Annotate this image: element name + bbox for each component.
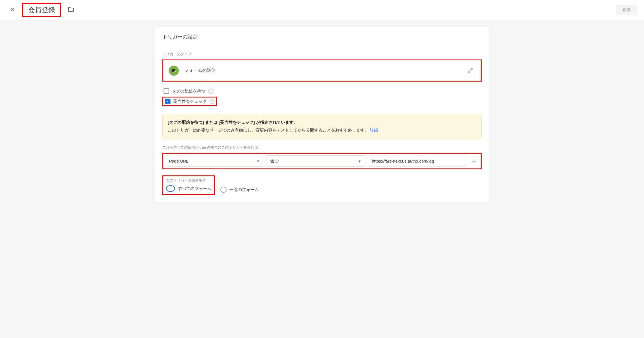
warning-text: このトリガーは必要なページでのみ有効にし、変更内容をテストしてから公開することを… [168, 128, 369, 132]
close-icon [9, 6, 16, 13]
trigger-fires-on-label: このトリガーの発生場所 [166, 178, 211, 183]
check-validation-row: 妥当性をチェック ? [162, 97, 217, 106]
trigger-type-label: トリガーのタイプ [162, 52, 482, 57]
some-forms-label: 一部のフォーム [229, 187, 259, 192]
help-icon[interactable]: ? [210, 99, 215, 104]
wait-for-tags-row: タグの配信を待つ ? [162, 87, 482, 96]
top-bar: 会員登録 保存 [0, 0, 644, 20]
edit-trigger-type-button[interactable] [466, 65, 475, 76]
condition-operator-select[interactable]: 含む ▾ [266, 155, 365, 167]
condition-operator-value: 含む [270, 158, 279, 164]
close-button[interactable] [7, 4, 18, 16]
form-submit-icon [169, 66, 179, 76]
condition-value-input[interactable]: https://faro-next.us.auth0.com/log [368, 156, 466, 166]
pencil-icon [467, 67, 474, 73]
folder-icon [68, 6, 74, 13]
warning-banner: [タグの配信を待つ] または [妥当性をチェック] が指定されています。 このト… [162, 114, 482, 139]
warning-title: [タグの配信を待つ] または [妥当性をチェック] が指定されています。 [168, 119, 476, 127]
warning-details-link[interactable]: 詳細 [370, 128, 378, 132]
plus-icon: + [472, 157, 476, 165]
panel-title: トリガーの設定 [155, 27, 489, 46]
trigger-title[interactable]: 会員登録 [22, 3, 61, 17]
some-forms-radio[interactable]: 一部のフォーム [220, 187, 259, 193]
wait-for-tags-label: タグの配信を待つ [172, 89, 205, 94]
chevron-down-icon: ▾ [359, 159, 361, 164]
trigger-type-value: フォームの送信 [184, 68, 216, 73]
add-condition-button[interactable]: + [469, 157, 479, 165]
condition-row: Page URL ▾ 含む ▾ https://faro-next.us.aut… [162, 153, 482, 169]
help-icon[interactable]: ? [208, 89, 213, 94]
folder-button[interactable] [65, 4, 76, 16]
chevron-down-icon: ▾ [257, 159, 259, 164]
trigger-type-row[interactable]: フォームの送信 [162, 59, 482, 82]
all-forms-label: すべてのフォーム [178, 186, 211, 191]
trigger-panel: トリガーの設定 トリガーのタイプ フォームの送信 タグの配信を待つ ? 妥当性を… [155, 27, 489, 202]
all-forms-radio[interactable]: すべてのフォーム [166, 185, 211, 192]
trigger-fires-on-block: このトリガーの発生場所 すべてのフォーム [162, 175, 215, 195]
condition-variable-select[interactable]: Page URL ▾ [165, 156, 263, 167]
wait-for-tags-checkbox[interactable] [164, 88, 169, 94]
conditions-label: これらすべての条件が true の場合にこのトリガーを有効化 [162, 145, 482, 150]
check-icon [166, 99, 170, 103]
check-validation-checkbox[interactable] [165, 99, 170, 104]
check-validation-label: 妥当性をチェック [173, 99, 207, 104]
condition-variable-value: Page URL [169, 159, 188, 163]
save-button[interactable]: 保存 [616, 5, 637, 15]
radio-unselected-icon [220, 187, 227, 193]
radio-selected-icon [166, 185, 175, 192]
